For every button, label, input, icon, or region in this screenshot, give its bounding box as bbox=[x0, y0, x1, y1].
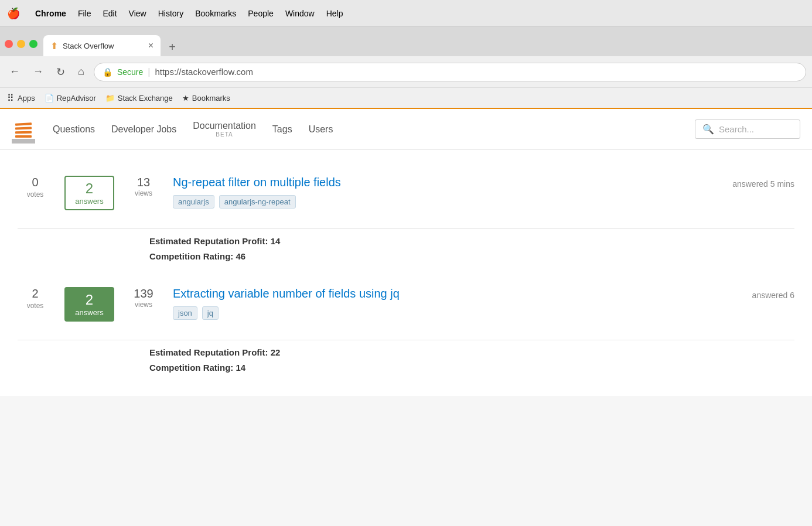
apps-grid-icon: ⠿ bbox=[7, 93, 14, 104]
tab-title: Stack Overflow bbox=[63, 42, 114, 50]
menu-chrome[interactable]: Chrome bbox=[35, 9, 66, 18]
nav-users[interactable]: Users bbox=[309, 124, 333, 135]
bookmark-repadvisor[interactable]: 📄 RepAdvisor bbox=[45, 94, 96, 103]
tag-json[interactable]: json bbox=[173, 306, 197, 320]
tags-row: angularjs angularjs-ng-repeat bbox=[173, 195, 721, 209]
apple-icon: 🍎 bbox=[7, 7, 20, 20]
menu-view[interactable]: View bbox=[129, 9, 146, 18]
menu-bookmarks[interactable]: Bookmarks bbox=[195, 9, 236, 18]
nav-tags[interactable]: Tags bbox=[272, 124, 292, 135]
tag-jq[interactable]: jq bbox=[202, 306, 219, 320]
views-count: 13 bbox=[137, 176, 150, 189]
question-extra-info: Estimated Reputation Profit: 14 Competit… bbox=[18, 229, 794, 273]
reload-button[interactable]: ↻ bbox=[53, 63, 69, 81]
tag-angularjs[interactable]: angularjs bbox=[173, 195, 214, 209]
so-search-box[interactable]: 🔍 Search... bbox=[695, 119, 800, 139]
window-minimize-button[interactable] bbox=[17, 40, 25, 48]
secure-label: Secure bbox=[117, 67, 143, 77]
rep-profit: Estimated Reputation Profit: 22 bbox=[149, 345, 794, 360]
votes-count: 0 bbox=[32, 176, 38, 189]
bookmark-repadvisor-label: RepAdvisor bbox=[57, 94, 96, 103]
bookmarks-bar: ⠿ Apps 📄 RepAdvisor 📁 Stack Exchange ★ B… bbox=[0, 88, 812, 109]
chrome-toolbar: ← → ↻ ⌂ 🔒 Secure | https://stackoverflow… bbox=[0, 56, 812, 88]
home-button[interactable]: ⌂ bbox=[74, 63, 88, 80]
views-count: 139 bbox=[134, 287, 153, 300]
nav-developer-jobs[interactable]: Developer Jobs bbox=[111, 124, 176, 135]
answers-count: 2 bbox=[70, 180, 108, 197]
rep-profit: Estimated Reputation Profit: 14 bbox=[149, 234, 794, 249]
question-main: Ng-repeat filter on multiple fields angu… bbox=[173, 176, 721, 214]
answers-box-answered: 2 answers bbox=[64, 287, 114, 322]
bookmark-star-icon: ★ bbox=[182, 94, 189, 103]
url-display: https://stackoverflow.com bbox=[155, 67, 253, 77]
question-item: 0 votes 2 answers 13 views Ng-repeat fil… bbox=[18, 162, 794, 229]
address-separator: | bbox=[148, 67, 150, 77]
tab-close-button[interactable]: × bbox=[148, 40, 153, 51]
mac-menubar: 🍎 Chrome File Edit View History Bookmark… bbox=[0, 0, 812, 27]
menu-edit[interactable]: Edit bbox=[103, 9, 117, 18]
answers-label: answers bbox=[70, 197, 108, 206]
question-title[interactable]: Ng-repeat filter on multiple fields bbox=[173, 176, 721, 189]
menu-history[interactable]: History bbox=[158, 9, 184, 18]
documentation-beta-label: BETA bbox=[216, 131, 233, 138]
chrome-titlebar: ⬆ Stack Overflow × + bbox=[0, 27, 812, 56]
answered-time: answered 5 mins bbox=[732, 176, 794, 189]
bookmark-folder-icon: 📁 bbox=[105, 94, 115, 103]
bookmark-stackexchange-label: Stack Exchange bbox=[118, 94, 173, 103]
question-item: 2 votes 2 answers 139 views Extracting v… bbox=[18, 273, 794, 340]
search-placeholder: Search... bbox=[719, 124, 754, 134]
answered-time: answered 6 bbox=[752, 287, 794, 300]
answers-count: 2 bbox=[70, 292, 108, 308]
search-icon: 🔍 bbox=[702, 124, 714, 135]
window-maximize-button[interactable] bbox=[29, 40, 37, 48]
apps-label: Apps bbox=[18, 94, 35, 103]
views-col: 139 views bbox=[126, 287, 161, 309]
apps-button[interactable]: ⠿ Apps bbox=[7, 93, 35, 104]
views-label: views bbox=[135, 300, 152, 309]
views-col: 13 views bbox=[126, 176, 161, 197]
votes-col: 0 votes bbox=[18, 176, 53, 199]
answers-label: answers bbox=[70, 308, 108, 317]
so-content: 0 votes 2 answers 13 views Ng-repeat fil… bbox=[0, 150, 812, 396]
so-header: Questions Developer Jobs Documentation B… bbox=[0, 109, 812, 150]
votes-label: votes bbox=[27, 190, 44, 199]
menu-people[interactable]: People bbox=[248, 9, 274, 18]
so-logo-icon bbox=[12, 115, 35, 144]
tab-favicon-icon: ⬆ bbox=[50, 40, 58, 52]
nav-documentation[interactable]: Documentation BETA bbox=[193, 121, 256, 138]
window-controls bbox=[5, 40, 37, 48]
question-title[interactable]: Extracting variable number of fields usi… bbox=[173, 287, 741, 300]
window-close-button[interactable] bbox=[5, 40, 13, 48]
competition-rating: Competition Rating: 46 bbox=[149, 249, 794, 264]
views-label: views bbox=[135, 189, 152, 197]
menu-help[interactable]: Help bbox=[326, 9, 343, 18]
bookmark-stackexchange[interactable]: 📁 Stack Exchange bbox=[105, 94, 173, 103]
bookmark-bookmarks-label: Bookmarks bbox=[192, 94, 230, 103]
bookmark-bookmarks[interactable]: ★ Bookmarks bbox=[182, 94, 230, 103]
votes-label: votes bbox=[27, 302, 44, 310]
answers-box: 2 answers bbox=[64, 176, 114, 210]
nav-questions[interactable]: Questions bbox=[53, 124, 95, 135]
so-logo[interactable] bbox=[12, 115, 35, 144]
menu-window[interactable]: Window bbox=[285, 9, 315, 18]
question-extra-info-2: Estimated Reputation Profit: 22 Competit… bbox=[18, 340, 794, 384]
forward-button[interactable]: → bbox=[29, 63, 47, 80]
votes-col: 2 votes bbox=[18, 287, 53, 310]
browser-tab[interactable]: ⬆ Stack Overflow × bbox=[43, 35, 161, 56]
new-tab-button[interactable]: + bbox=[163, 37, 182, 56]
address-bar[interactable]: 🔒 Secure | https://stackoverflow.com bbox=[94, 63, 806, 81]
competition-rating: Competition Rating: 14 bbox=[149, 360, 794, 375]
so-nav: Questions Developer Jobs Documentation B… bbox=[53, 121, 333, 138]
secure-icon: 🔒 bbox=[103, 67, 112, 77]
menu-file[interactable]: File bbox=[78, 9, 91, 18]
tags-row: json jq bbox=[173, 306, 741, 320]
votes-count: 2 bbox=[32, 287, 38, 300]
question-main: Extracting variable number of fields usi… bbox=[173, 287, 741, 326]
bookmark-page-icon: 📄 bbox=[45, 94, 54, 103]
back-button[interactable]: ← bbox=[6, 63, 23, 80]
tag-angularjs-ng-repeat[interactable]: angularjs-ng-repeat bbox=[219, 195, 296, 209]
